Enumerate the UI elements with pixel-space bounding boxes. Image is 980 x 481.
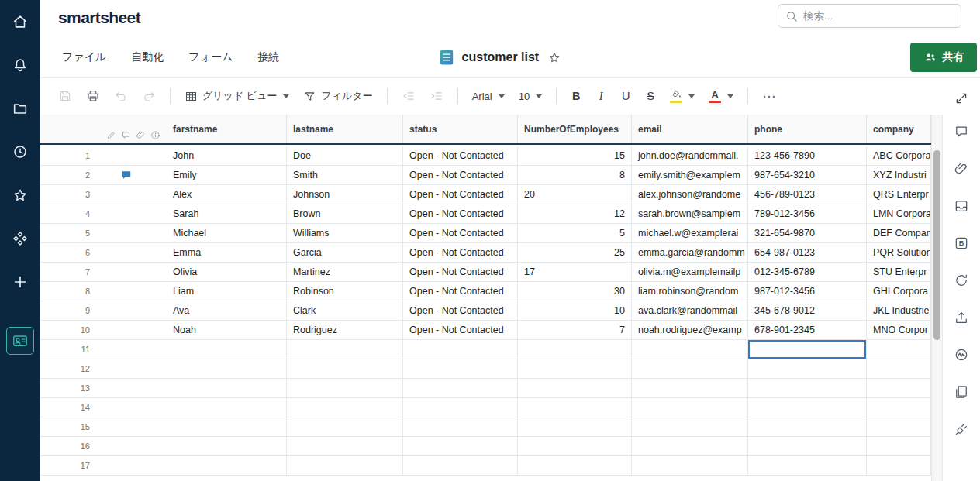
cell-email[interactable]: sarah.brown@samplem xyxy=(632,204,748,223)
cell-farstname[interactable] xyxy=(167,359,287,378)
cell-status[interactable]: Open - Not Contacted xyxy=(403,321,518,339)
cell-lastname[interactable]: Robinson xyxy=(287,282,403,301)
cell-phone[interactable]: 456-789-0123 xyxy=(748,185,867,204)
save-button[interactable] xyxy=(53,85,78,107)
cell-email[interactable] xyxy=(632,437,748,455)
nav-home[interactable] xyxy=(0,0,40,43)
cell-farstname[interactable] xyxy=(167,417,287,436)
view-selector[interactable]: グリッド ビュー xyxy=(179,85,295,107)
cell-employees[interactable] xyxy=(518,379,632,397)
cell-employees[interactable] xyxy=(518,398,632,417)
cell-phone[interactable]: 987-654-3210 xyxy=(748,166,867,184)
cell-lastname[interactable]: Johnson xyxy=(287,185,403,204)
cell-lastname[interactable]: Williams xyxy=(287,224,403,242)
cell-email[interactable]: emma.garcia@randomm xyxy=(632,243,748,262)
cell-phone[interactable] xyxy=(748,359,867,378)
cell-lastname[interactable] xyxy=(287,456,403,475)
row-number[interactable]: 6 xyxy=(40,243,93,262)
cell-employees[interactable]: 10 xyxy=(518,301,632,320)
cell-status[interactable]: Open - Not Contacted xyxy=(403,224,518,242)
cell-employees[interactable]: 15 xyxy=(518,146,632,165)
cell-status[interactable] xyxy=(403,340,518,359)
brandfolder-button[interactable]: B xyxy=(951,232,972,254)
favorite-star-icon[interactable] xyxy=(547,50,561,65)
cell-employees[interactable]: 17 xyxy=(518,263,632,281)
redo-button[interactable] xyxy=(136,85,161,107)
cell-lastname[interactable]: Clark xyxy=(287,301,403,320)
cell-phone[interactable] xyxy=(748,417,867,436)
nav-recents[interactable] xyxy=(0,130,40,174)
attachment-icon[interactable] xyxy=(136,130,146,140)
cell-farstname[interactable]: Sarah xyxy=(167,204,287,223)
cell-lastname[interactable] xyxy=(287,398,403,417)
cell-phone[interactable] xyxy=(748,456,867,475)
font-color-button[interactable]: A xyxy=(703,86,739,107)
cell-company[interactable]: QRS Enterpr xyxy=(867,185,931,204)
column-header-employees[interactable]: NumberOfEmployees xyxy=(518,115,632,143)
cell-status[interactable] xyxy=(403,379,518,397)
row-comment-icon[interactable] xyxy=(121,170,132,180)
cell-phone[interactable]: 789-012-3456 xyxy=(748,204,867,223)
fill-color-button[interactable] xyxy=(664,85,700,107)
cell-company[interactable]: GHI Corpora xyxy=(867,282,931,301)
row-number[interactable]: 1 xyxy=(40,146,93,165)
row-number[interactable]: 15 xyxy=(40,417,93,436)
nav-favorites[interactable] xyxy=(0,174,40,217)
share-button[interactable]: 共有 xyxy=(910,43,977,72)
cell-lastname[interactable]: Brown xyxy=(287,204,403,223)
nav-workapps-selected[interactable] xyxy=(6,327,34,355)
cell-status[interactable] xyxy=(403,359,518,378)
cell-status[interactable]: Open - Not Contacted xyxy=(403,282,518,301)
vertical-scrollbar[interactable] xyxy=(931,115,942,481)
connections-button[interactable] xyxy=(951,418,972,440)
row-number[interactable]: 13 xyxy=(40,379,93,397)
cell-employees[interactable]: 12 xyxy=(518,204,632,223)
row-number[interactable]: 11 xyxy=(40,340,93,359)
font-size-selector[interactable]: 10 xyxy=(513,87,547,106)
cell-employees[interactable] xyxy=(518,359,632,378)
column-header-lastname[interactable]: lastname xyxy=(287,115,403,143)
menu-connections[interactable]: 接続 xyxy=(257,50,279,64)
cell-email[interactable]: michael.w@examplerai xyxy=(632,224,748,242)
row-number[interactable]: 17 xyxy=(40,456,93,475)
cell-email[interactable]: ava.clark@randommail xyxy=(632,301,748,320)
cell-employees[interactable]: 5 xyxy=(518,224,632,242)
nav-notifications[interactable] xyxy=(0,43,40,87)
cell-email[interactable]: olivia.m@examplemailp xyxy=(632,263,748,281)
cell-lastname[interactable] xyxy=(287,359,403,378)
nav-solution-center[interactable] xyxy=(0,217,40,260)
cell-company[interactable]: XYZ Industri xyxy=(867,166,931,184)
column-header-company[interactable]: company xyxy=(867,115,931,143)
cell-status[interactable] xyxy=(403,437,518,455)
row-number[interactable]: 2 xyxy=(40,166,93,184)
cell-farstname[interactable]: Emma xyxy=(167,243,287,262)
row-number[interactable]: 14 xyxy=(40,398,93,417)
column-header-email[interactable]: email xyxy=(632,115,748,143)
row-number[interactable]: 8 xyxy=(40,282,93,301)
cell-company[interactable]: PQR Solution xyxy=(867,243,931,262)
cell-phone[interactable] xyxy=(748,398,867,417)
cell-company[interactable] xyxy=(867,340,931,359)
row-number[interactable]: 3 xyxy=(40,185,93,204)
cell-email[interactable] xyxy=(632,359,748,378)
conversations-button[interactable] xyxy=(951,121,972,143)
column-header-farstname[interactable]: farstname xyxy=(167,115,287,143)
cell-phone[interactable]: 654-987-0123 xyxy=(748,243,867,262)
cell-status[interactable]: Open - Not Contacted xyxy=(403,146,518,165)
cell-status[interactable] xyxy=(403,398,518,417)
cell-status[interactable]: Open - Not Contacted xyxy=(403,204,518,223)
cell-company[interactable]: ABC Corporat xyxy=(867,146,931,165)
cell-lastname[interactable]: Doe xyxy=(287,146,403,165)
cell-farstname[interactable]: Olivia xyxy=(167,263,287,281)
info-icon[interactable] xyxy=(150,130,160,140)
menu-file[interactable]: ファイル xyxy=(62,50,106,64)
activity-log-button[interactable] xyxy=(951,344,972,366)
strikethrough-button[interactable]: S xyxy=(640,86,661,106)
cell-company[interactable]: LMN Corpora xyxy=(867,204,931,223)
cell-employees[interactable] xyxy=(518,340,632,359)
cell-phone[interactable]: 678-901-2345 xyxy=(748,321,867,339)
bold-button[interactable]: B xyxy=(565,86,587,106)
cell-farstname[interactable]: Ava xyxy=(167,301,287,320)
cell-phone[interactable]: 012-345-6789 xyxy=(748,263,867,281)
cell-lastname[interactable] xyxy=(287,379,403,397)
